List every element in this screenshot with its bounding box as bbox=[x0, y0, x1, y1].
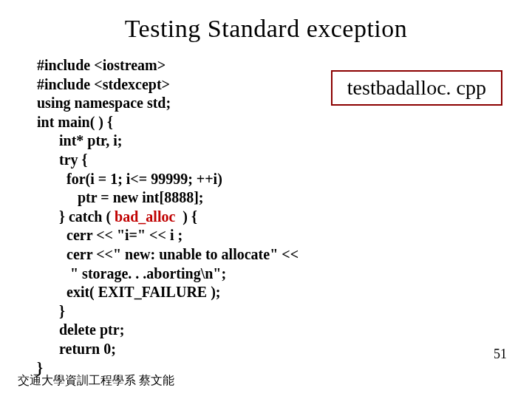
code-line: try { bbox=[37, 151, 87, 168]
footer-text: 交通大學資訓工程學系 蔡文能 bbox=[18, 373, 174, 389]
code-line: exit( EXIT_FAILURE ); bbox=[37, 284, 221, 300]
code-line: " storage. . .aborting\n"; bbox=[37, 265, 226, 282]
code-line: cerr << "i=" << i ; bbox=[37, 227, 183, 243]
slide-title: Testing Standard exception bbox=[37, 15, 495, 43]
code-line: ) { bbox=[175, 208, 197, 225]
bad-alloc-keyword: bad_alloc bbox=[115, 208, 175, 225]
code-line: delete ptr; bbox=[37, 321, 124, 338]
code-line: return 0; bbox=[37, 341, 116, 357]
code-line: #include <iostream> bbox=[37, 57, 166, 73]
code-line: for(i = 1; i<= 99999; ++i) bbox=[37, 171, 222, 187]
code-line: ptr = new int[8888]; bbox=[37, 189, 203, 205]
code-line: } catch ( bbox=[37, 208, 115, 225]
code-line: } bbox=[37, 303, 65, 319]
code-line: int* ptr, i; bbox=[37, 132, 122, 149]
code-line: #include <stdexcept> bbox=[37, 76, 170, 92]
code-line: int main( ) { bbox=[37, 114, 113, 130]
slide: Testing Standard exception testbadalloc.… bbox=[0, 0, 532, 399]
code-line: using namespace std; bbox=[37, 95, 171, 111]
code-line: cerr <<" new: unable to allocate" << bbox=[37, 246, 299, 262]
filename-box: testbadalloc. cpp bbox=[331, 70, 502, 106]
page-number: 51 bbox=[494, 347, 507, 362]
